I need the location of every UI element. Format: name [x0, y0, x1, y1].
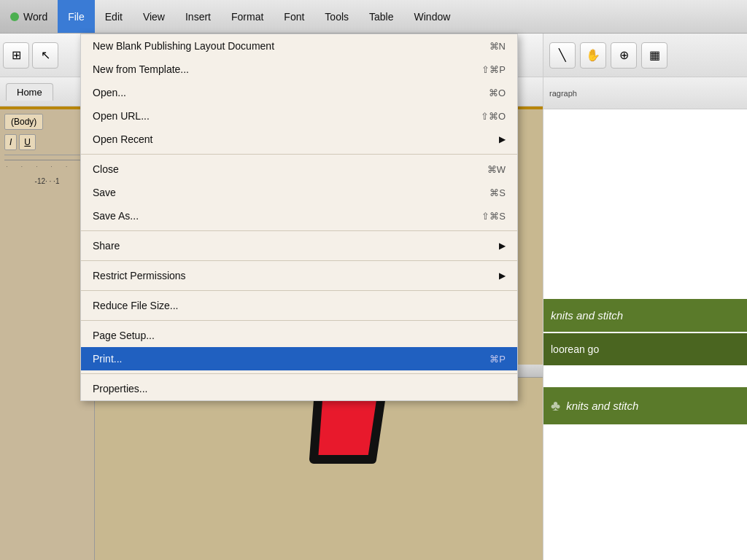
menu-item-open[interactable]: Open... ⌘O: [81, 81, 517, 104]
divider-2: [81, 230, 517, 231]
menu-item-print[interactable]: Print... ⌘P: [81, 347, 517, 370]
right-toolbar: ╲ ✋ ⊕ ▦: [543, 34, 747, 77]
hand-tool-btn[interactable]: ✋: [580, 42, 606, 69]
home-tab[interactable]: Home: [6, 83, 53, 101]
draw-tool-btn[interactable]: ╲: [549, 42, 576, 69]
submenu-arrow-restrict: ▶: [499, 271, 506, 281]
menu-item-restrict[interactable]: Restrict Permissions ▶: [81, 264, 517, 287]
menu-item-properties[interactable]: Properties...: [81, 377, 517, 400]
menubar-file[interactable]: File: [58, 0, 95, 33]
ruler-left: · · · · · · -12· · ·1: [4, 160, 90, 188]
divider-6: [81, 373, 517, 374]
menubar-format[interactable]: Format: [221, 0, 274, 33]
divider-5: [81, 320, 517, 321]
menubar-table[interactable]: Table: [359, 0, 403, 33]
menu-item-reduce[interactable]: Reduce File Size...: [81, 294, 517, 317]
doc-band-bottom: ♣ knits and stitch: [543, 387, 747, 424]
menu-item-page-setup[interactable]: Page Setup...: [81, 324, 517, 347]
menu-item-new-template[interactable]: New from Template... ⇧⌘P: [81, 58, 517, 81]
sidebar-icon: ▦: [649, 48, 660, 62]
menu-item-open-recent[interactable]: Open Recent ▶: [81, 128, 517, 151]
menu-item-new-blank[interactable]: New Blank Publishing Layout Document ⌘N: [81, 34, 517, 58]
divider-1: [81, 154, 517, 155]
doc-band-mid: loorean go: [543, 333, 747, 365]
submenu-arrow: ▶: [499, 134, 506, 144]
menu-item-share[interactable]: Share ▶: [81, 234, 517, 257]
menubar-word[interactable]: Word: [0, 0, 58, 33]
divider-4: [81, 290, 517, 291]
cursor-icon-btn[interactable]: ↖: [32, 42, 58, 69]
menubar-tools[interactable]: Tools: [314, 0, 359, 33]
font-selector-left[interactable]: (Body): [4, 114, 43, 130]
menu-item-save[interactable]: Save ⌘S: [81, 181, 517, 204]
cursor-icon: ↖: [41, 48, 50, 62]
divider-3: [81, 260, 517, 261]
leaf-icon: ♣: [551, 397, 560, 414]
submenu-arrow-share: ▶: [499, 241, 506, 251]
menu-item-open-url[interactable]: Open URL... ⇧⌘O: [81, 104, 517, 128]
right-toolbar2: ragraph: [543, 77, 747, 109]
doc-band-top: knits and stitch: [543, 299, 747, 332]
doc-preview: knits and stitch loorean go ♣ knits and …: [543, 109, 747, 560]
file-dropdown-menu: New Blank Publishing Layout Document ⌘N …: [80, 34, 518, 401]
grid-icon: ⊞: [12, 48, 21, 62]
menubar-window[interactable]: Window: [404, 0, 461, 33]
menubar-insert[interactable]: Insert: [175, 0, 221, 33]
menu-item-save-as[interactable]: Save As... ⇧⌘S: [81, 204, 517, 228]
draw-icon: ╲: [559, 48, 566, 62]
hand-icon: ✋: [586, 48, 600, 62]
menubar: Word File Edit View Insert Format Font T…: [0, 0, 747, 34]
menubar-view[interactable]: View: [133, 0, 175, 33]
zoom-icon: ⊕: [619, 48, 629, 62]
italic-button[interactable]: I: [4, 134, 17, 150]
paragraph-label: ragraph: [549, 89, 577, 98]
zoom-tool-btn[interactable]: ⊕: [611, 42, 637, 69]
menu-item-close[interactable]: Close ⌘W: [81, 158, 517, 181]
underline-button[interactable]: U: [19, 134, 36, 150]
grid-icon-btn[interactable]: ⊞: [3, 42, 29, 69]
menubar-edit[interactable]: Edit: [95, 0, 133, 33]
sidebar-toggle-btn[interactable]: ▦: [641, 42, 667, 69]
menubar-font[interactable]: Font: [274, 0, 314, 33]
